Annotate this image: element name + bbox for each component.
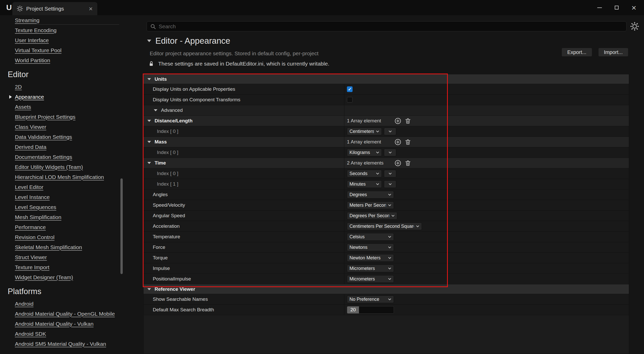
sidebar-item[interactable]: Assets <box>0 102 136 112</box>
collapse-arrow-icon <box>154 109 157 111</box>
sidebar-item[interactable]: World Partition <box>0 55 136 65</box>
sidebar-item[interactable]: Texture Import <box>0 262 136 272</box>
mass-element-dropdown[interactable]: Kilograms <box>347 149 382 156</box>
sidebar-item-label: Texture Encoding <box>15 27 56 33</box>
sidebar-item-appearance[interactable]: Appearance <box>0 92 136 102</box>
tab-close-icon[interactable]: × <box>89 5 93 12</box>
dropdown-value: Centimeters <box>349 129 374 134</box>
row-distance-index-0: Index [ 0 ] Centimeters <box>144 126 629 137</box>
clear-array-icon[interactable] <box>404 139 411 146</box>
sidebar-item[interactable]: Hierarchical LOD Mesh Simplification <box>0 172 136 182</box>
mass-header-row[interactable]: Mass 1 Array element <box>144 137 629 147</box>
sidebar-item[interactable]: Struct Viewer <box>0 252 136 262</box>
angular-speed-dropdown[interactable]: Degrees Per Second <box>347 212 397 220</box>
dropdown-value: Centimeters Per Second Squared <box>349 224 414 229</box>
row-time-index-1: Index [ 1 ] Minutes <box>144 179 629 189</box>
maximize-button[interactable] <box>608 0 625 15</box>
sidebar-item[interactable]: Class Viewer <box>0 122 136 132</box>
distance-element-dropdown[interactable]: Centimeters <box>347 128 382 135</box>
sidebar-item-label: Widget Designer (Team) <box>15 274 73 280</box>
sidebar-item[interactable]: Documentation Settings <box>0 152 136 162</box>
close-button[interactable]: × <box>625 0 642 15</box>
chevron-down-icon <box>416 225 419 227</box>
acceleration-dropdown[interactable]: Centimeters Per Second Squared <box>347 223 422 230</box>
sidebar-item[interactable]: Blueprint Project Settings <box>0 112 136 122</box>
selected-arrow-icon <box>9 95 12 99</box>
speed-velocity-dropdown[interactable]: Meters Per Second <box>347 202 394 209</box>
sidebar-item[interactable]: Android Material Quality - OpenGL Mobile <box>0 309 136 319</box>
settings-gear-icon[interactable] <box>630 22 639 31</box>
temperature-dropdown[interactable]: Celsius <box>347 233 394 241</box>
row-advanced[interactable]: Advanced <box>144 105 629 116</box>
sidebar-item[interactable]: Texture Encoding <box>0 25 136 35</box>
impulse-dropdown[interactable]: Micrometers <box>347 265 394 272</box>
angles-dropdown[interactable]: Degrees <box>347 191 394 198</box>
chevron-down-icon <box>391 215 395 217</box>
sidebar-item[interactable]: Data Validation Settings <box>0 132 136 142</box>
row-torque: Torque Newton Meters <box>144 253 629 263</box>
chevron-down-icon <box>389 151 392 153</box>
sidebar-item[interactable]: Level Editor <box>0 182 136 192</box>
sidebar-item[interactable]: Virtual Texture Pool <box>0 45 136 55</box>
sidebar-item[interactable]: Revision Control <box>0 232 136 242</box>
display-units-applicable-checkbox[interactable]: ✓ <box>347 86 353 92</box>
show-searchable-names-dropdown[interactable]: No Preference <box>347 296 394 303</box>
time-header-row[interactable]: Time 2 Array elements <box>144 158 629 168</box>
sidebar-item[interactable]: Streaming <box>0 15 136 25</box>
row-show-searchable-names: Show Searchable Names No Preference <box>144 294 629 305</box>
sidebar-item-label: Level Editor <box>15 184 43 190</box>
element-options-dropdown[interactable] <box>384 180 396 188</box>
row-label: PositionalImpulse <box>153 276 191 282</box>
sidebar-item[interactable]: 2D <box>0 82 136 92</box>
time-element-1-dropdown[interactable]: Minutes <box>347 180 382 188</box>
chevron-down-icon <box>388 298 391 300</box>
import-button[interactable]: Import... <box>598 48 628 57</box>
search-input[interactable] <box>159 23 623 30</box>
torque-dropdown[interactable]: Newton Meters <box>347 254 394 262</box>
minimize-button[interactable] <box>591 0 608 15</box>
clear-array-icon[interactable] <box>404 117 411 124</box>
add-array-element-icon[interactable] <box>394 139 401 146</box>
distance-length-header-row[interactable]: Distance/Length 1 Array element <box>144 116 629 126</box>
sidebar-item-label: Mesh Simplification <box>15 214 61 220</box>
element-options-dropdown[interactable] <box>384 170 396 177</box>
check-icon: ✓ <box>348 87 352 92</box>
collapse-arrow-icon[interactable] <box>147 40 151 42</box>
default-max-search-breadth-input[interactable]: 20 <box>347 306 394 314</box>
display-units-component-checkbox[interactable] <box>347 97 353 103</box>
sidebar-item[interactable]: Level Instance <box>0 192 136 202</box>
export-button[interactable]: Export... <box>562 48 592 57</box>
positional-impulse-dropdown[interactable]: Micrometers <box>347 275 394 283</box>
sidebar-item[interactable]: Derived Data <box>0 142 136 152</box>
sidebar-item[interactable]: Android Material Quality - Vulkan <box>0 319 136 329</box>
tab-project-settings[interactable]: Project Settings × <box>12 2 97 15</box>
time-element-0-dropdown[interactable]: Seconds <box>347 170 382 177</box>
units-section-header[interactable]: Units <box>144 74 629 84</box>
sidebar-item[interactable]: Editor Utility Widgets (Team) <box>0 162 136 172</box>
sidebar-item[interactable]: Android SM5 Material Quality - Vulkan <box>0 339 136 349</box>
clear-array-icon[interactable] <box>404 160 411 167</box>
row-angles: Angles Degrees <box>144 189 629 200</box>
add-array-element-icon[interactable] <box>394 160 401 167</box>
sidebar-item-label: Performance <box>15 224 46 230</box>
sidebar-item[interactable]: Android SDK <box>0 329 136 339</box>
sidebar-scrollbar[interactable] <box>120 178 123 274</box>
add-array-element-icon[interactable] <box>394 117 401 124</box>
sidebar-item[interactable]: User Interface <box>0 35 136 45</box>
dropdown-value: Newtons <box>349 245 367 250</box>
sidebar-item[interactable]: Android <box>0 299 136 309</box>
sidebar-item[interactable]: Level Sequences <box>0 202 136 212</box>
sidebar-item[interactable]: Skeletal Mesh Simplification <box>0 242 136 252</box>
chevron-down-icon <box>389 183 392 185</box>
section-title: Platforms <box>8 287 41 296</box>
search-bar[interactable] <box>147 21 627 31</box>
row-label: Display Units on Applicable Properties <box>153 86 235 92</box>
element-options-dropdown[interactable] <box>384 128 396 135</box>
force-dropdown[interactable]: Newtons <box>347 244 394 251</box>
sidebar-item[interactable]: Mesh Simplification <box>0 212 136 222</box>
sidebar-item[interactable]: Performance <box>0 222 136 232</box>
sidebar-item[interactable]: Widget Designer (Team) <box>0 272 136 282</box>
row-label: Torque <box>153 255 168 261</box>
reference-viewer-section-header[interactable]: Reference Viewer <box>144 284 629 294</box>
element-options-dropdown[interactable] <box>384 149 396 156</box>
